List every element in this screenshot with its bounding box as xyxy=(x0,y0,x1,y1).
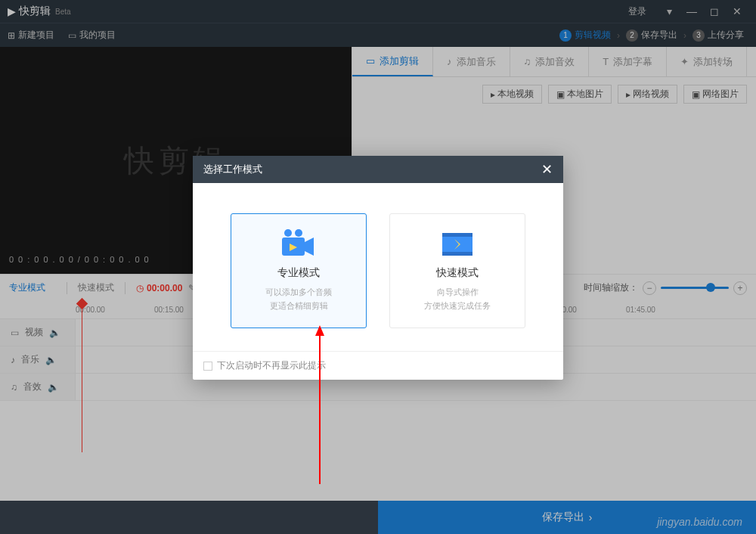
close-icon[interactable]: ✕ xyxy=(541,161,553,178)
svg-rect-7 xyxy=(442,252,472,256)
dont-show-label: 下次启动时不再显示此提示 xyxy=(217,359,326,372)
svg-rect-6 xyxy=(442,233,472,237)
modal-backdrop: 选择工作模式 ✕ 专业模式 可以添加多个音频更适合精细剪辑 快速模式 向导式操作… xyxy=(0,0,756,534)
film-icon xyxy=(436,228,479,260)
svg-point-2 xyxy=(284,229,292,237)
svg-marker-1 xyxy=(305,238,314,256)
dont-show-checkbox[interactable] xyxy=(203,362,212,371)
mode-card-quick[interactable]: 快速模式 向导式操作方便快速完成任务 xyxy=(389,213,525,328)
mode-quick-title: 快速模式 xyxy=(436,266,479,280)
modal-footer: 下次启动时不再显示此提示 xyxy=(193,351,563,380)
svg-point-3 xyxy=(295,229,302,237)
camera-icon xyxy=(277,228,320,260)
mode-pro-title: 专业模式 xyxy=(277,266,320,280)
mode-card-pro[interactable]: 专业模式 可以添加多个音频更适合精细剪辑 xyxy=(231,213,367,328)
mode-select-modal: 选择工作模式 ✕ 专业模式 可以添加多个音频更适合精细剪辑 快速模式 向导式操作… xyxy=(193,156,563,380)
modal-title: 选择工作模式 xyxy=(203,163,262,176)
modal-header: 选择工作模式 ✕ xyxy=(193,156,563,183)
